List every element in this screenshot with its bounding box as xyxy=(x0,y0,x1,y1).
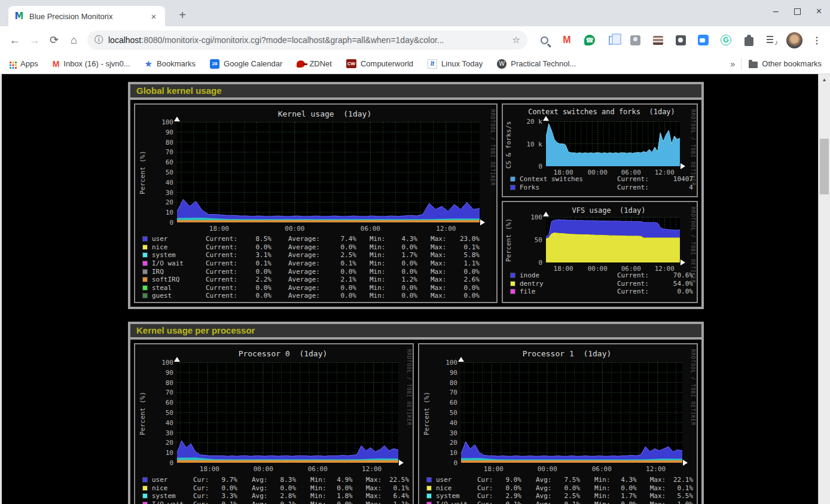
reload-button[interactable]: ⟳ xyxy=(46,31,62,49)
processor-0-graph[interactable]: Processor 0 (1day) Percent (%) RRDTOOL /… xyxy=(134,343,414,504)
y-tick-label: 60 xyxy=(148,399,173,407)
legend-series-name: I/O wait xyxy=(436,500,477,504)
legend-stat-label: Cur: xyxy=(477,476,498,484)
rrdtool-watermark: RRDTOOL / TOBI OETIKER xyxy=(690,109,695,186)
extensions-puzzle-button[interactable] xyxy=(740,32,757,48)
bookmark-practical-technology[interactable]: WPractical Technol... xyxy=(497,59,576,69)
google-voice-extension-icon[interactable]: ☎ xyxy=(581,32,598,48)
maximize-button[interactable] xyxy=(794,8,801,15)
gmail-extension-icon[interactable]: M xyxy=(559,32,575,48)
y-tick-label: 70 xyxy=(432,389,457,396)
legend-stat-label: Avg: xyxy=(252,492,272,500)
axis-arrow-up-icon xyxy=(174,357,180,362)
legend-series-name: softIRQ xyxy=(152,276,206,283)
legend-stat-label: Max: xyxy=(366,484,385,492)
y-axis-label: Percent (%) xyxy=(139,365,147,463)
x-tick-label: 12:00 xyxy=(650,169,679,176)
bookmarks-overflow-chevron[interactable]: » xyxy=(730,59,735,69)
graph-title: VFS usage (1day) xyxy=(529,206,688,215)
zoom-extension-icon[interactable] xyxy=(695,32,712,48)
legend-stat-label: Average: xyxy=(288,251,329,259)
back-button[interactable]: ← xyxy=(7,31,23,49)
video-camera-icon xyxy=(698,35,709,45)
legend-stat-value: 1.7% xyxy=(390,251,417,259)
browser-toolbar: ← → ⟳ ⌂ ⓘ localhost:8080/monitorix-cgi/m… xyxy=(0,26,830,54)
search-extension-icon[interactable] xyxy=(536,32,553,48)
profile-avatar-button[interactable] xyxy=(786,32,802,48)
legend-stat-value: 0.0% xyxy=(244,292,271,300)
book-stack-extension-icon[interactable] xyxy=(649,32,666,48)
bookmark-zdnet[interactable]: ZDNet xyxy=(297,59,332,68)
legend-row-dentry: dentryCurrent:54.0% xyxy=(510,280,693,288)
copy-pages-extension-icon[interactable] xyxy=(604,32,621,48)
other-bookmarks-button[interactable]: Other bookmarks xyxy=(749,59,822,68)
tab-close-icon[interactable]: × xyxy=(148,11,159,22)
legend-stat-label: Average: xyxy=(288,284,329,292)
url-bar[interactable]: ⓘ localhost:8080/monitorix-cgi/monitorix… xyxy=(87,30,527,50)
grammarly-extension-icon[interactable]: G xyxy=(718,32,734,48)
page-scrollbar[interactable]: ▲ xyxy=(818,74,830,504)
x-tick-label: 12:00 xyxy=(358,465,386,473)
scroll-up-arrow[interactable]: ▲ xyxy=(819,74,830,85)
rrdtool-watermark: RRDTOOL / TOBI OETIKER xyxy=(490,109,495,186)
legend-stat-value: 0.1% xyxy=(244,259,271,267)
y-tick-label: 90 xyxy=(148,129,173,136)
context-switches-plot xyxy=(546,121,680,166)
legend-stat-value: 6.4% xyxy=(385,492,409,500)
close-window-button[interactable]: × xyxy=(816,6,822,17)
legend-stat-label: Max: xyxy=(431,268,451,276)
bookmark-google-calendar[interactable]: 28Google Calendar xyxy=(210,59,282,69)
bookmark-bookmarks[interactable]: ★Bookmarks xyxy=(145,59,196,69)
legend-swatch xyxy=(142,502,148,504)
kernel-usage-legend: userCurrent:8.5%Average:7.4%Min:4.3%Max:… xyxy=(142,235,493,300)
kernel-usage-graph[interactable]: Kernel usage (1day) Percent (%) RRDTOOL … xyxy=(134,103,498,303)
legend-stat-label: Current: xyxy=(206,292,244,300)
bookmark-linux-today[interactable]: ltLinux Today xyxy=(428,59,483,69)
legend-series-name: guest xyxy=(152,292,206,300)
legend-row-steal: stealCurrent:0.0%Average:0.0%Min:0.0%Max… xyxy=(142,284,493,292)
vfs-usage-graph[interactable]: VFS usage (1day) Percent (%) RRDTOOL / T… xyxy=(502,201,698,303)
url-text[interactable]: localhost:8080/monitorix-cgi/monitorix.c… xyxy=(108,35,508,45)
browser-menu-button[interactable]: ⋮ xyxy=(808,32,825,48)
bookmark-star-icon[interactable]: ☆ xyxy=(512,35,520,45)
minimize-button[interactable]: – xyxy=(773,6,779,17)
scrollbar-thumb[interactable] xyxy=(820,139,829,194)
legend-stat-value: 0.0% xyxy=(329,484,353,492)
y-tick-label: 50 xyxy=(148,409,173,417)
x-tick-label: 18:00 xyxy=(195,465,224,473)
context-switches-graph[interactable]: Context switches and forks (1day) CS & f… xyxy=(502,103,698,197)
legend-stat-label: Current: xyxy=(206,284,244,292)
series-softIRQ xyxy=(177,220,480,222)
legend-stat-label: Cur: xyxy=(477,484,498,492)
processor-1-graph[interactable]: Processor 1 (1day) Percent (%) RRDTOOL /… xyxy=(418,343,698,504)
legend-series-name: nice xyxy=(152,484,193,492)
active-tab[interactable]: M Blue Precision Monitorix × xyxy=(8,6,165,26)
legend-stat-value: 0.0% xyxy=(660,288,693,295)
home-button[interactable]: ⌂ xyxy=(66,31,82,49)
legend-series-name: nice xyxy=(152,243,206,251)
legend-stat-value: 1.7% xyxy=(613,492,637,500)
bookmark-apps[interactable]: Apps xyxy=(8,59,38,68)
y-tick-label: 100 xyxy=(517,213,542,221)
y-tick-label: 10 xyxy=(432,449,457,457)
legend-stat-value: 0.0% xyxy=(390,259,417,267)
x-tick-label: 18:00 xyxy=(205,225,233,233)
legend-stat-label: Current: xyxy=(206,259,244,267)
new-tab-button[interactable]: + xyxy=(175,8,190,22)
legend-row-i-o-wait: I/O waitCur:0.1%Avg:0.1%Min:0.0%Max:1.0% xyxy=(426,500,693,504)
legend-stat-value: 8.5% xyxy=(244,235,271,243)
bookmark-inbox[interactable]: MInbox (16) - sjvn0... xyxy=(53,59,130,69)
y-tick-label: 20 k xyxy=(517,118,542,126)
forward-button[interactable]: → xyxy=(26,31,42,49)
legend-stat-label: Min: xyxy=(370,251,390,259)
legend-swatch xyxy=(142,285,148,291)
reading-list-button[interactable]: ♪ xyxy=(763,32,780,48)
legend-stat-label: Max: xyxy=(650,476,669,484)
page-info-icon[interactable]: ⓘ xyxy=(94,35,103,45)
lamp-extension-icon[interactable] xyxy=(672,32,689,48)
bookmark-computerworld[interactable]: CWComputerworld xyxy=(346,59,413,68)
legend-swatch xyxy=(510,281,515,286)
legend-stat-value: 3.3% xyxy=(213,492,237,500)
gray-figure-extension-icon[interactable] xyxy=(627,32,643,48)
y-tick-label: 0 xyxy=(517,259,542,267)
